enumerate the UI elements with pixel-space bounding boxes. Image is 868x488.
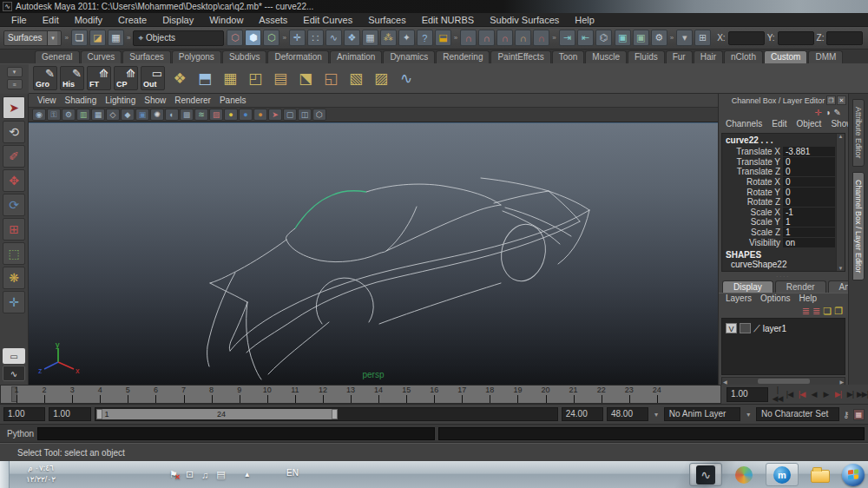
channel-value-field[interactable]: 1 bbox=[783, 217, 835, 227]
group-collapser-icon[interactable]: » bbox=[127, 34, 130, 42]
ao-toggle-icon[interactable]: ▩ bbox=[180, 109, 194, 121]
ep-curve-tool-icon[interactable]: ∿ bbox=[395, 67, 418, 89]
select-tool[interactable]: ➤ bbox=[3, 96, 25, 119]
animation-preferences-icon[interactable]: ▦ bbox=[853, 409, 865, 420]
construction-history-icon[interactable]: ⌬ bbox=[595, 30, 612, 46]
start-button[interactable] bbox=[842, 464, 865, 486]
playback-range-bar[interactable]: 1 24 bbox=[96, 409, 338, 419]
layer-menu-item[interactable]: Help bbox=[799, 293, 817, 304]
universal-manipulator-tool[interactable]: ⬚ bbox=[3, 242, 25, 265]
show-manipulator-tool[interactable]: ✛ bbox=[3, 291, 25, 313]
channel-value-field[interactable]: 1 bbox=[783, 228, 835, 237]
timeline-frame[interactable]: 16 bbox=[420, 386, 448, 403]
shelf-tab[interactable]: Toon bbox=[552, 50, 585, 63]
layer-row[interactable]: V ⟋ layer1 bbox=[726, 322, 841, 334]
select-object-icon[interactable]: ⬢ bbox=[245, 30, 261, 46]
textured-ball-icon[interactable]: ● bbox=[253, 109, 267, 121]
timeline-frame[interactable]: 11 bbox=[281, 386, 309, 403]
select-by-point-icon[interactable]: ✛ bbox=[289, 30, 306, 46]
menu-item[interactable]: Create bbox=[110, 15, 155, 25]
ipr-render-icon[interactable]: ▣ bbox=[633, 30, 649, 46]
panel-menu-item[interactable]: View bbox=[37, 96, 65, 105]
shelf-tab[interactable]: Surfaces bbox=[122, 50, 170, 63]
shelf-tab[interactable]: Animation bbox=[330, 50, 382, 63]
channel-value-field[interactable]: -3.881 bbox=[783, 147, 835, 156]
timeline-frame[interactable]: 21 bbox=[560, 386, 588, 403]
timeline-frame[interactable]: 8 bbox=[198, 386, 226, 403]
timeline-frame[interactable]: 18 bbox=[476, 386, 503, 403]
channel-value-field[interactable]: on bbox=[783, 238, 835, 247]
menu-set-selector[interactable]: Surfaces ▾ bbox=[3, 30, 62, 46]
character-set-select[interactable]: No Character Set bbox=[756, 407, 839, 421]
menu-item[interactable]: Edit Curves bbox=[295, 15, 360, 25]
y-coordinate-field[interactable] bbox=[778, 31, 814, 45]
tray-expand-icon[interactable]: ▲ bbox=[244, 471, 251, 478]
menu-item[interactable]: Display bbox=[155, 15, 201, 25]
snap-to-curve-icon[interactable]: ∩ bbox=[478, 30, 495, 46]
channel-value-field[interactable]: 0 bbox=[783, 188, 835, 197]
shelf-tab[interactable]: DMM bbox=[808, 50, 843, 63]
channel-value-field[interactable]: 0 bbox=[783, 157, 835, 167]
channel-value-field[interactable]: 0 bbox=[783, 177, 835, 187]
shelf-tab-toggle-icon[interactable]: ▾ bbox=[7, 67, 23, 77]
timeline-frame[interactable]: 19 bbox=[503, 386, 531, 403]
object-name[interactable]: curve22 . . . bbox=[722, 134, 835, 147]
timeline-frame[interactable]: 22 bbox=[588, 386, 615, 403]
channel-value-field[interactable]: 0 bbox=[783, 197, 835, 207]
channel-box-menu-item[interactable]: Channels bbox=[726, 119, 762, 131]
z-coordinate-field[interactable] bbox=[826, 31, 863, 45]
isolate-select-icon[interactable]: ➤ bbox=[268, 109, 282, 121]
wireframe-mode-icon[interactable]: ◇ bbox=[106, 109, 120, 121]
playback-end-field[interactable]: 24.00 bbox=[562, 407, 603, 421]
lasso-select-tool[interactable]: ⟲ bbox=[3, 121, 25, 143]
timeline-frame[interactable]: 5 bbox=[114, 386, 141, 403]
shadows-toggle-icon[interactable]: ◐ bbox=[165, 109, 179, 121]
timeline-frame[interactable]: 14 bbox=[365, 386, 392, 403]
layer-editor-tab[interactable]: Render bbox=[775, 280, 826, 293]
shelf-tab[interactable]: Deformation bbox=[267, 50, 328, 63]
timeline-frame[interactable]: 24 bbox=[643, 386, 671, 403]
title-bar[interactable]: ∿ Autodesk Maya 2011: C:\Users\Mohammed\… bbox=[0, 0, 868, 13]
scroll-right-icon[interactable]: ▶ bbox=[839, 379, 844, 385]
range-end-handle[interactable] bbox=[332, 409, 338, 419]
custom-shelf-poly-8-icon[interactable]: ▧ bbox=[345, 67, 367, 89]
render-current-frame-icon[interactable]: ▣ bbox=[615, 30, 631, 46]
channel-value-field[interactable]: -1 bbox=[783, 208, 835, 217]
manipulator-mode-icon[interactable]: ✛ bbox=[814, 107, 821, 119]
rotate-tool[interactable]: ⟳ bbox=[3, 194, 25, 216]
shelf-tab[interactable]: Custom bbox=[764, 50, 807, 63]
group-collapser-icon[interactable]: » bbox=[454, 34, 457, 42]
shelf-tab[interactable]: nCloth bbox=[724, 50, 763, 63]
snap-to-view-plane-icon[interactable]: ∩ bbox=[515, 30, 531, 46]
input-connections-icon[interactable]: ⇥ bbox=[559, 30, 575, 46]
speed-mode-icon[interactable]: ◑ bbox=[825, 107, 831, 119]
playback-start-field[interactable]: 1.00 bbox=[49, 407, 90, 421]
timeline-frame[interactable]: 20 bbox=[531, 386, 559, 403]
range-slider-track[interactable]: 1 24 bbox=[95, 407, 558, 421]
range-start-handle[interactable] bbox=[96, 409, 102, 419]
select-by-deformation-icon[interactable]: ▦ bbox=[362, 30, 378, 46]
shelf-tab[interactable]: Muscle bbox=[585, 50, 627, 63]
go-to-start-button[interactable]: |◀◀ bbox=[772, 387, 783, 401]
create-layer-from-selected-icon[interactable]: ❐ bbox=[834, 306, 843, 317]
taskbar-clock[interactable]: ٠٧:٤٦ م ١٢/٢٢/٠٢ bbox=[16, 463, 66, 485]
shelf-tab[interactable]: Polygons bbox=[172, 50, 221, 63]
shelf-history-button[interactable]: ✎ His bbox=[60, 66, 84, 90]
step-back-key-button[interactable]: |◀ bbox=[796, 387, 807, 401]
absolute-transform-icon[interactable]: ⊞ bbox=[694, 30, 711, 46]
timeline-frame[interactable]: 3 bbox=[58, 386, 86, 403]
auto-keyframe-icon[interactable]: ⚷ bbox=[843, 410, 849, 419]
current-layout-button[interactable]: ∿ bbox=[3, 366, 25, 381]
move-layer-up-icon[interactable]: ≣ bbox=[802, 306, 810, 317]
quick-selection-dropdown-icon[interactable]: ▾ bbox=[676, 30, 693, 46]
layer-color-swatch-icon[interactable]: ⟋ bbox=[753, 323, 760, 334]
timeline-frame[interactable]: 6 bbox=[141, 386, 169, 403]
soft-modification-tool[interactable]: ❋ bbox=[3, 267, 25, 289]
multisample-icon[interactable]: ▨ bbox=[209, 109, 223, 121]
channel-box-menu-item[interactable]: Edit bbox=[772, 119, 786, 131]
default-material-ball-icon[interactable]: ● bbox=[224, 109, 238, 121]
shelf-tab[interactable]: Fluids bbox=[628, 50, 665, 63]
custom-shelf-poly-4-icon[interactable]: ◰ bbox=[244, 67, 266, 89]
character-set-dropdown-icon[interactable]: ▾ bbox=[744, 411, 753, 419]
open-scene-icon[interactable]: ◪ bbox=[89, 30, 106, 46]
